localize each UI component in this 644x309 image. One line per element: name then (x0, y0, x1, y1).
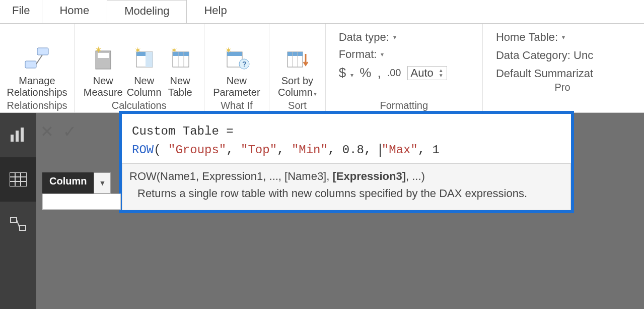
table-icon: ✶ (166, 44, 195, 73)
chevron-down-icon: ▾ (314, 90, 317, 97)
sort-icon (282, 44, 312, 73)
stepper-arrows[interactable]: ▲▼ (439, 68, 444, 78)
group-relationships: Manage Relationships Relationships (0, 24, 75, 112)
data-view-icon (10, 172, 27, 187)
auto-label: Auto (411, 67, 434, 80)
chevron-down-icon: ▾ (562, 34, 565, 41)
tab-help-label: Help (204, 4, 227, 17)
chevron-down-icon: ▾ (393, 34, 396, 41)
dax-formula-editor[interactable]: Custom Table = ROW( "Groups", "Top", "Mi… (122, 114, 571, 163)
thousands-button[interactable]: , (377, 65, 381, 81)
tab-file-label: File (12, 4, 30, 17)
group-whatif: ? ✶ New Parameter What If (204, 24, 270, 112)
tab-home-label: Home (59, 4, 89, 17)
tab-modeling-label: Modeling (124, 5, 169, 17)
svg-rect-8 (146, 52, 153, 67)
group-formatting-label: Formatting (331, 99, 477, 112)
group-calculations: ✶ New Measure ✶ New Column (75, 24, 204, 112)
data-category-selector[interactable]: Data Category: Unc (496, 49, 631, 62)
home-table-selector[interactable]: Home Table: ▾ (496, 31, 631, 44)
commit-formula-button[interactable]: ✓ (63, 122, 77, 141)
svg-line-34 (17, 220, 20, 228)
svg-text:✶: ✶ (95, 46, 102, 55)
intellisense-description: Returns a single row table with new colu… (129, 185, 563, 202)
measure-icon: ✶ (89, 44, 118, 73)
group-sort: Sort by Column▾ Sort (269, 24, 325, 112)
tab-modeling[interactable]: Modeling (107, 0, 187, 23)
svg-rect-33 (20, 225, 26, 230)
default-summarization-label: Default Summarizat (496, 67, 593, 80)
svg-text:✶: ✶ (225, 46, 232, 54)
new-measure-label: New Measure (84, 75, 123, 98)
parameter-icon: ? ✶ (222, 44, 251, 73)
model-view-button[interactable] (0, 202, 36, 246)
svg-rect-24 (11, 135, 14, 142)
model-view-icon (10, 216, 27, 231)
data-view-button[interactable] (0, 157, 36, 202)
group-properties-label: Pro (488, 81, 637, 94)
new-measure-button[interactable]: ✶ New Measure (84, 44, 123, 98)
text-cursor (380, 144, 381, 157)
formula-highlight: Custom Table = ROW( "Groups", "Top", "Mi… (119, 111, 574, 213)
group-whatif-label: What If (221, 99, 252, 112)
new-parameter-button[interactable]: ? ✶ New Parameter (213, 44, 260, 98)
group-properties: Home Table: ▾ Data Category: Unc Default… (483, 24, 644, 112)
decimals-label: .00 (387, 67, 401, 79)
percent-button[interactable]: % (360, 65, 371, 81)
ribbon: Manage Relationships Relationships ✶ New… (0, 23, 644, 113)
svg-rect-26 (21, 128, 24, 142)
svg-rect-32 (11, 217, 17, 222)
column-icon: ✶ (129, 44, 159, 73)
report-view-button[interactable] (0, 113, 36, 157)
formula-line-2: ROW( "Groups", "Top", "Min", 0.8, "Max",… (132, 141, 561, 159)
data-category-label: Data Category: Unc (496, 49, 593, 62)
new-table-label: New Table (168, 75, 192, 98)
group-formatting: Data type: ▾ Format: ▾ $ ▾ % , .00 Auto … (326, 24, 483, 112)
group-calculations-label: Calculations (112, 99, 167, 112)
tab-home[interactable]: Home (42, 0, 107, 23)
sort-by-column-label: Sort by Column▾ (278, 75, 317, 98)
default-summarization-selector[interactable]: Default Summarizat (496, 67, 631, 80)
new-parameter-label: New Parameter (213, 75, 260, 98)
format-label: Format: (339, 48, 377, 61)
column-dropdown-button[interactable]: ▼ (94, 172, 111, 194)
intellisense-tooltip: ROW(Name1, Expression1, ..., [Name3], [E… (122, 163, 571, 210)
new-column-label: New Column (127, 75, 162, 98)
svg-text:✶: ✶ (134, 46, 141, 54)
data-type-label: Data type: (339, 31, 389, 44)
chevron-down-icon: ▾ (350, 72, 353, 79)
tab-file[interactable]: File (0, 0, 42, 23)
manage-relationships-label: Manage Relationships (7, 75, 67, 98)
svg-rect-27 (10, 172, 27, 187)
column-field-well: Column ▼ (42, 172, 111, 194)
blank-cell (42, 194, 121, 210)
svg-rect-25 (16, 131, 19, 142)
new-table-button[interactable]: ✶ New Table (166, 44, 195, 98)
group-relationships-label: Relationships (7, 99, 67, 112)
view-rail (0, 113, 36, 309)
home-table-label: Home Table: (496, 31, 558, 44)
currency-button[interactable]: $ ▾ (339, 65, 354, 81)
decimal-places-stepper[interactable]: Auto ▲▼ (407, 66, 447, 80)
group-sort-label: Sort (288, 99, 307, 112)
relationships-icon (22, 44, 51, 73)
tab-help[interactable]: Help (187, 0, 244, 23)
svg-line-2 (36, 55, 42, 64)
report-view-icon (10, 128, 27, 143)
svg-rect-21 (288, 52, 303, 56)
cancel-formula-button[interactable]: ✕ (40, 122, 54, 141)
manage-relationships-button[interactable]: Manage Relationships (7, 44, 67, 98)
formula-line-1: Custom Table = (132, 122, 561, 141)
svg-text:✶: ✶ (171, 46, 177, 54)
format-selector[interactable]: Format: ▾ (339, 48, 447, 61)
column-label: Column (42, 172, 94, 194)
data-type-selector[interactable]: Data type: ▾ (339, 31, 447, 44)
sort-by-column-button[interactable]: Sort by Column▾ (278, 44, 317, 98)
svg-rect-1 (25, 61, 36, 68)
canvas: ✕ ✓ Custom Table = ROW( "Groups", "Top",… (36, 113, 644, 309)
svg-rect-0 (37, 48, 48, 55)
new-column-button[interactable]: ✶ New Column (127, 44, 162, 98)
intellisense-signature: ROW(Name1, Expression1, ..., [Name3], [E… (129, 168, 563, 185)
main-area: ✕ ✓ Custom Table = ROW( "Groups", "Top",… (0, 113, 644, 309)
ribbon-tabs: File Home Modeling Help (0, 0, 644, 23)
